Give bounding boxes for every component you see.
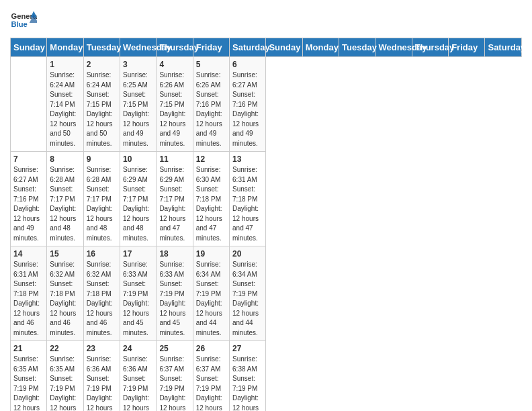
calendar-cell: 1Sunrise: 6:24 AMSunset: 7:14 PMDaylight… [47, 57, 83, 152]
calendar-cell: 17Sunrise: 6:33 AMSunset: 7:19 PMDayligh… [120, 246, 157, 341]
sunrise-label: Sunrise: 6:35 AM [50, 355, 75, 373]
day-info: Sunrise: 6:31 AMSunset: 7:18 PMDaylight:… [13, 260, 44, 338]
sunset-label: Sunset: 7:17 PM [159, 185, 184, 203]
sunset-label: Sunset: 7:15 PM [159, 91, 184, 108]
daylight-label: Daylight: 12 hours and 49 minutes. [196, 110, 222, 147]
day-number: 16 [87, 249, 117, 259]
daylight-label: Daylight: 12 hours and 46 minutes. [87, 300, 113, 336]
daylight-label: Daylight: 12 hours and 48 minutes. [123, 205, 149, 242]
daylight-label: Daylight: 12 hours and 46 minutes. [50, 300, 76, 336]
sunrise-label: Sunrise: 6:32 AM [87, 261, 112, 278]
sunset-label: Sunset: 7:16 PM [196, 91, 221, 108]
day-header-monday: Monday [302, 38, 339, 57]
daylight-label: Daylight: 12 hours and 46 minutes. [13, 300, 40, 336]
sunrise-label: Sunrise: 6:33 AM [159, 261, 184, 278]
day-info: Sunrise: 6:26 AMSunset: 7:16 PMDaylight:… [196, 71, 226, 148]
calendar-cell: 20Sunrise: 6:34 AMSunset: 7:19 PMDayligh… [230, 246, 266, 341]
sunset-label: Sunset: 7:14 PM [50, 91, 75, 108]
sunset-label: Sunset: 7:16 PM [13, 185, 38, 203]
day-number: 1 [50, 60, 80, 69]
day-number: 26 [196, 344, 226, 353]
sunrise-label: Sunrise: 6:30 AM [196, 166, 221, 183]
day-number: 14 [13, 249, 44, 259]
sunrise-label: Sunrise: 6:37 AM [159, 355, 184, 373]
calendar-cell: 5Sunrise: 6:26 AMSunset: 7:16 PMDaylight… [193, 57, 229, 152]
day-number: 5 [196, 60, 226, 69]
calendar-cell: 18Sunrise: 6:33 AMSunset: 7:19 PMDayligh… [157, 246, 193, 341]
day-header-monday: Monday [47, 38, 83, 57]
day-header-sunday: Sunday [266, 38, 302, 57]
day-number: 23 [87, 344, 117, 353]
calendar-cell: 9Sunrise: 6:28 AMSunset: 7:17 PMDaylight… [83, 152, 120, 246]
sunset-label: Sunset: 7:19 PM [123, 280, 148, 298]
day-header-tuesday: Tuesday [339, 38, 375, 57]
calendar-cell: 19Sunrise: 6:34 AMSunset: 7:19 PMDayligh… [193, 246, 229, 341]
daylight-label: Daylight: 12 hours and 49 minutes. [123, 110, 149, 147]
sunset-label: Sunset: 7:18 PM [196, 185, 221, 203]
day-info: Sunrise: 6:38 AMSunset: 7:19 PMDaylight:… [232, 355, 263, 411]
daylight-label: Daylight: 12 hours and 43 minutes. [87, 394, 113, 411]
sunset-label: Sunset: 7:19 PM [13, 375, 38, 392]
day-header-wednesday: Wednesday [375, 38, 412, 57]
sunrise-label: Sunrise: 6:24 AM [50, 71, 75, 89]
day-info: Sunrise: 6:27 AMSunset: 7:16 PMDaylight:… [13, 165, 44, 243]
calendar-week-2: 7Sunrise: 6:27 AMSunset: 7:16 PMDaylight… [11, 152, 522, 246]
day-info: Sunrise: 6:26 AMSunset: 7:15 PMDaylight:… [159, 71, 189, 148]
sunset-label: Sunset: 7:18 PM [232, 185, 257, 203]
day-header-friday: Friday [193, 38, 229, 57]
day-header-tuesday: Tuesday [83, 38, 120, 57]
day-info: Sunrise: 6:36 AMSunset: 7:19 PMDaylight:… [87, 355, 117, 411]
sunrise-label: Sunrise: 6:36 AM [123, 355, 148, 373]
day-info: Sunrise: 6:24 AMSunset: 7:15 PMDaylight:… [87, 71, 117, 148]
day-info: Sunrise: 6:36 AMSunset: 7:19 PMDaylight:… [123, 355, 153, 411]
sunrise-label: Sunrise: 6:27 AM [13, 166, 38, 183]
calendar-week-4: 21Sunrise: 6:35 AMSunset: 7:19 PMDayligh… [11, 341, 522, 412]
day-info: Sunrise: 6:31 AMSunset: 7:18 PMDaylight:… [232, 165, 263, 243]
sunrise-label: Sunrise: 6:28 AM [50, 166, 75, 183]
sunrise-label: Sunrise: 6:38 AM [232, 355, 257, 373]
day-number: 9 [87, 154, 117, 164]
sunset-label: Sunset: 7:15 PM [123, 91, 148, 108]
daylight-label: Daylight: 12 hours and 48 minutes. [87, 205, 113, 242]
day-number: 22 [50, 344, 80, 353]
day-info: Sunrise: 6:29 AMSunset: 7:17 PMDaylight:… [123, 165, 153, 243]
sunset-label: Sunset: 7:18 PM [13, 280, 38, 298]
sunrise-label: Sunrise: 6:31 AM [13, 261, 38, 278]
daylight-label: Daylight: 12 hours and 47 minutes. [196, 205, 222, 242]
daylight-label: Daylight: 12 hours and 50 minutes. [50, 110, 76, 147]
sunset-label: Sunset: 7:19 PM [159, 375, 184, 392]
daylight-label: Daylight: 12 hours and 47 minutes. [159, 205, 185, 242]
daylight-label: Daylight: 12 hours and 49 minutes. [13, 205, 40, 242]
sunset-label: Sunset: 7:19 PM [123, 375, 148, 392]
day-number: 4 [159, 60, 189, 69]
daylight-label: Daylight: 12 hours and 48 minutes. [50, 205, 76, 242]
calendar-cell: 2Sunrise: 6:24 AMSunset: 7:15 PMDaylight… [83, 57, 120, 152]
day-info: Sunrise: 6:37 AMSunset: 7:19 PMDaylight:… [196, 355, 226, 411]
sunrise-label: Sunrise: 6:35 AM [13, 355, 38, 373]
calendar-cell: 15Sunrise: 6:32 AMSunset: 7:18 PMDayligh… [47, 246, 83, 341]
sunrise-label: Sunrise: 6:36 AM [87, 355, 112, 373]
sunrise-label: Sunrise: 6:34 AM [232, 261, 257, 278]
calendar-cell: 8Sunrise: 6:28 AMSunset: 7:17 PMDaylight… [47, 152, 83, 246]
day-header-saturday: Saturday [230, 38, 266, 57]
day-number: 18 [159, 249, 189, 259]
sunset-label: Sunset: 7:19 PM [159, 280, 184, 298]
calendar-cell: 27Sunrise: 6:38 AMSunset: 7:19 PMDayligh… [230, 341, 266, 412]
day-number: 21 [13, 344, 44, 353]
sunrise-label: Sunrise: 6:32 AM [50, 261, 75, 278]
day-header-friday: Friday [449, 38, 485, 57]
day-number: 7 [13, 154, 44, 164]
daylight-label: Daylight: 12 hours and 45 minutes. [123, 300, 149, 336]
day-header-saturday: Saturday [485, 38, 522, 57]
day-number: 10 [123, 154, 153, 164]
calendar-cell: 6Sunrise: 6:27 AMSunset: 7:16 PMDaylight… [230, 57, 266, 152]
sunrise-label: Sunrise: 6:29 AM [123, 166, 148, 183]
sunset-label: Sunset: 7:19 PM [232, 375, 257, 392]
svg-text:Blue: Blue [11, 20, 28, 28]
day-number: 24 [123, 344, 153, 353]
sunset-label: Sunset: 7:19 PM [196, 375, 221, 392]
sunrise-label: Sunrise: 6:31 AM [232, 166, 257, 183]
daylight-label: Daylight: 12 hours and 50 minutes. [87, 110, 113, 147]
day-info: Sunrise: 6:35 AMSunset: 7:19 PMDaylight:… [13, 355, 44, 411]
day-number: 25 [159, 344, 189, 353]
